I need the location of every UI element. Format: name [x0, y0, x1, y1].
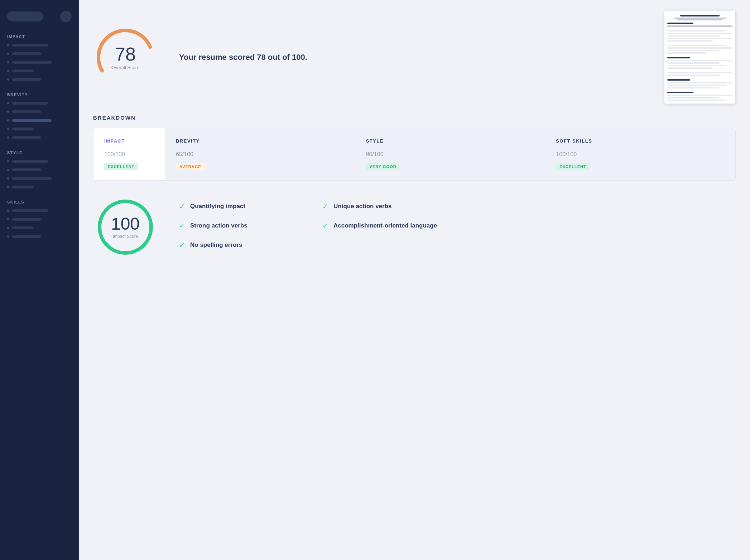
breakdown-table: IMPACT 100/100 EXCELLENT BREVITY 65/100 … [93, 128, 736, 181]
impact-circle: 100 Impact Score [93, 195, 158, 259]
check-item-quantifying: ✓ Quantifying impact [179, 202, 294, 211]
sidebar-dot [7, 210, 9, 212]
resume-line [667, 75, 720, 76]
sidebar-dot [7, 111, 9, 113]
check-icon: ✓ [322, 202, 328, 211]
breakdown-score-impact: 100/100 [104, 147, 154, 159]
sidebar-section-impact: IMPACT [0, 29, 79, 87]
resume-line [667, 52, 706, 54]
sidebar-bar [12, 235, 41, 238]
sidebar-bar [12, 119, 52, 122]
check-text: Quantifying impact [190, 203, 245, 210]
check-icon: ✓ [179, 241, 185, 249]
sidebar-dot [7, 78, 9, 81]
sidebar-item[interactable] [7, 109, 72, 115]
breakdown-cell-style: STYLE 90/100 VERY GOOD [355, 128, 545, 180]
sidebar-dot [7, 169, 9, 171]
sidebar-dot [7, 61, 9, 63]
resume-line [667, 33, 732, 34]
sidebar: IMPACT BREVITY [0, 0, 79, 560]
check-icon: ✓ [179, 221, 185, 230]
sidebar-top-controls [0, 7, 79, 29]
sidebar-item[interactable] [7, 118, 72, 123]
sidebar-label-brevity: BREVITY [7, 92, 72, 97]
breakdown-score-softskills: 100/100 [556, 147, 725, 159]
sidebar-dot [7, 177, 9, 180]
resume-line [667, 45, 726, 46]
breakdown-score-brevity: 65/100 [176, 147, 345, 159]
breakdown-category-label: STYLE [366, 138, 535, 144]
breakdown-badge-brevity: AVERAGE [176, 163, 205, 170]
sidebar-circle-button[interactable] [60, 11, 72, 22]
sidebar-item[interactable] [7, 158, 72, 164]
sidebar-section-brevity: BREVITY [0, 87, 79, 145]
sidebar-item[interactable] [7, 184, 72, 190]
resume-line [667, 95, 732, 96]
sidebar-label-style: STYLE [7, 150, 72, 155]
sidebar-bar [12, 52, 41, 55]
breakdown-category-label: SOFT SKILLS [556, 138, 725, 144]
check-item-strong: ✓ Strong action verbs [179, 221, 294, 230]
sidebar-item[interactable] [7, 77, 72, 82]
impact-detail: 100 Impact Score ✓ Quantifying impact ✓ … [93, 195, 736, 259]
sidebar-dot [7, 128, 9, 130]
sidebar-label-skills: SKILLS [7, 200, 72, 204]
resume-line [667, 62, 720, 64]
breakdown-cell-softskills: SOFT SKILLS 100/100 EXCELLENT [545, 128, 735, 180]
sidebar-item[interactable] [7, 100, 72, 106]
sidebar-item[interactable] [7, 59, 72, 65]
resume-line [667, 82, 732, 83]
check-text: Strong action verbs [190, 222, 247, 229]
impact-checks: ✓ Quantifying impact ✓ Unique action ver… [179, 195, 437, 249]
resume-line [667, 100, 726, 101]
sidebar-item[interactable] [7, 234, 72, 239]
sidebar-item[interactable] [7, 135, 72, 140]
sidebar-pill[interactable] [7, 11, 43, 21]
sidebar-dot [7, 186, 9, 188]
sidebar-dot [7, 137, 9, 139]
check-item-accomplishment: ✓ Accomplishment-oriented language [322, 221, 437, 230]
sidebar-item[interactable] [7, 216, 72, 222]
score-label: Overall Score [111, 65, 140, 70]
sidebar-item[interactable] [7, 208, 72, 214]
sidebar-dot [7, 44, 9, 46]
score-headline: Your resume scored 78 out of 100. [179, 53, 307, 62]
resume-thumbnail[interactable] [664, 11, 736, 104]
sidebar-bar [12, 78, 41, 81]
sidebar-bar [12, 160, 48, 163]
sidebar-bar [12, 70, 34, 72]
sidebar-bar [12, 218, 41, 221]
sidebar-item[interactable] [7, 176, 72, 181]
sidebar-bar [12, 44, 48, 47]
sidebar-item[interactable] [7, 68, 72, 74]
sidebar-item[interactable] [7, 51, 72, 57]
score-text: 78 Overall Score [111, 45, 140, 70]
breakdown-cell-impact: IMPACT 100/100 EXCELLENT [93, 128, 165, 180]
resume-line [667, 38, 732, 39]
sidebar-dot [7, 235, 9, 238]
sidebar-dot [7, 119, 9, 121]
check-text: Unique action verbs [333, 203, 391, 210]
score-circle: 78 Overall Score [93, 25, 158, 90]
sidebar-item[interactable] [7, 225, 72, 231]
sidebar-section-skills: SKILLS [0, 195, 79, 244]
sidebar-item[interactable] [7, 126, 72, 132]
check-icon: ✓ [322, 221, 328, 230]
breakdown-category-label: BREVITY [176, 138, 345, 144]
sidebar-dot [7, 160, 9, 162]
sidebar-bar [12, 168, 41, 171]
resume-line [667, 97, 720, 99]
check-text: Accomplishment-oriented language [333, 222, 437, 229]
sidebar-dot [7, 53, 9, 55]
score-left: 78 Overall Score Your resume scored 78 o… [93, 25, 307, 90]
sidebar-label-impact: IMPACT [7, 34, 72, 39]
resume-line [667, 25, 732, 27]
sidebar-bar [12, 209, 48, 212]
impact-score-value: 100 [111, 215, 140, 233]
check-item-spelling: ✓ No spelling errors [179, 241, 294, 249]
main-content: 78 Overall Score Your resume scored 78 o… [79, 0, 750, 560]
sidebar-item[interactable] [7, 167, 72, 173]
sidebar-dot [7, 218, 9, 220]
check-text: No spelling errors [190, 241, 242, 249]
sidebar-item[interactable] [7, 42, 72, 48]
